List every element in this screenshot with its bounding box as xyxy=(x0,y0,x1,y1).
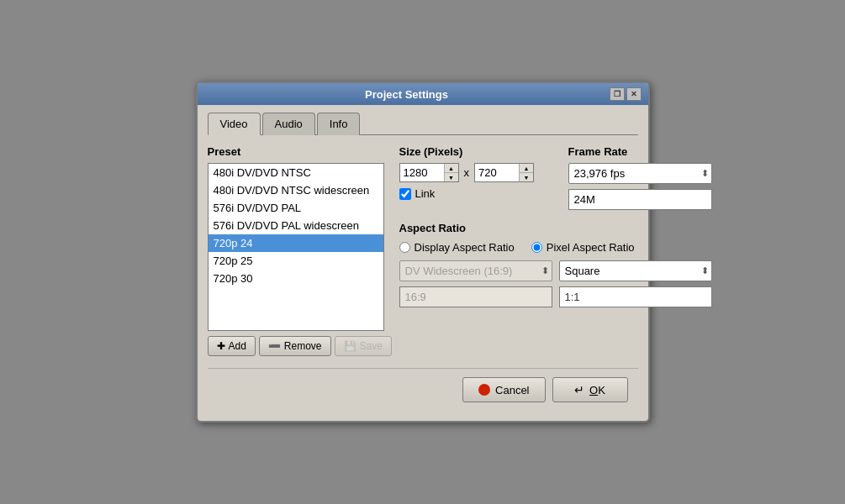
display-aspect-select-wrapper: DV Widescreen (16:9) 4:3 16:9 ⬍ xyxy=(399,260,552,281)
add-button[interactable]: ✚ Add xyxy=(208,336,256,356)
x-separator: x xyxy=(464,166,470,179)
tab-audio[interactable]: Audio xyxy=(262,113,315,135)
height-down-button[interactable]: ▼ xyxy=(520,173,533,181)
aspect-label: Aspect Ratio xyxy=(399,222,712,234)
list-item[interactable]: 720p 25 xyxy=(209,252,383,270)
list-item[interactable]: 480i DV/DVD NTSC widescreen xyxy=(209,181,383,199)
cancel-icon xyxy=(478,384,490,396)
aspect-dropdowns: DV Widescreen (16:9) 4:3 16:9 ⬍ Square D… xyxy=(399,260,712,281)
display-aspect-select[interactable]: DV Widescreen (16:9) 4:3 16:9 xyxy=(399,260,552,281)
tab-info[interactable]: Info xyxy=(317,113,361,135)
height-arrows: ▲ ▼ xyxy=(519,164,533,181)
display-ratio-input xyxy=(399,286,552,307)
remove-label: Remove xyxy=(284,340,322,352)
pixel-aspect-radio[interactable] xyxy=(531,242,542,253)
title-bar: Project Settings ❐ ✕ xyxy=(198,83,648,105)
save-label: Save xyxy=(360,340,383,352)
preset-label: Preset xyxy=(208,145,384,158)
ok-label: OK xyxy=(589,384,605,396)
width-input[interactable] xyxy=(400,164,444,181)
link-checkbox[interactable] xyxy=(399,188,411,200)
list-item[interactable]: 576i DV/DVD PAL widescreen xyxy=(209,217,383,234)
remove-icon: ➖ xyxy=(268,340,281,352)
cancel-button[interactable]: Cancel xyxy=(462,377,545,402)
preset-list-container[interactable]: 480i DV/DVD NTSC 480i DV/DVD NTSC widesc… xyxy=(208,163,384,331)
radio-row: Display Aspect Ratio Pixel Aspect Ratio xyxy=(399,241,712,254)
height-input[interactable] xyxy=(475,164,519,181)
framerate-select-wrapper: 23,976 fps 24 fps 25 fps 29,97 fps 30 fp… xyxy=(568,163,712,184)
pixel-aspect-select[interactable]: Square D1/DV NTSC HDV 1080 xyxy=(559,260,712,281)
right-panel: Size (Pixels) ▲ ▼ x xyxy=(399,145,712,356)
pixel-ratio-input xyxy=(559,286,712,307)
pixel-aspect-select-wrapper: Square D1/DV NTSC HDV 1080 ⬍ xyxy=(559,260,712,281)
remove-button[interactable]: ➖ Remove xyxy=(259,336,331,356)
list-item[interactable]: 576i DV/DVD PAL xyxy=(209,199,383,217)
width-up-button[interactable]: ▲ xyxy=(445,164,458,173)
size-label: Size (Pixels) xyxy=(399,145,543,158)
width-arrows: ▲ ▼ xyxy=(444,164,458,181)
add-label: Add xyxy=(229,340,246,352)
aspect-text-inputs xyxy=(399,286,712,307)
main-content: Preset 480i DV/DVD NTSC 480i DV/DVD NTSC… xyxy=(208,145,638,356)
pixel-aspect-label: Pixel Aspect Ratio xyxy=(547,241,635,254)
width-down-button[interactable]: ▼ xyxy=(445,173,458,181)
window-title: Project Settings xyxy=(204,88,610,101)
list-item[interactable]: 720p 30 xyxy=(209,270,383,287)
link-label: Link xyxy=(415,187,436,200)
dialog-content: Video Audio Info Preset 480i DV/DVD NTSC… xyxy=(198,105,648,421)
list-item[interactable]: 480i DV/DVD NTSC xyxy=(209,164,383,181)
project-settings-dialog: Project Settings ❐ ✕ Video Audio Info Pr… xyxy=(196,81,650,423)
size-section: Size (Pixels) ▲ ▼ x xyxy=(399,145,543,210)
framerate-label: Frame Rate xyxy=(568,145,712,158)
tab-bar: Video Audio Info xyxy=(208,112,638,135)
close-button[interactable]: ✕ xyxy=(626,87,642,101)
bitrate-input[interactable] xyxy=(568,189,712,210)
window-controls: ❐ ✕ xyxy=(610,87,642,101)
display-aspect-label: Display Aspect Ratio xyxy=(415,241,515,254)
width-spinbox: ▲ ▼ xyxy=(399,163,459,182)
pixel-aspect-option[interactable]: Pixel Aspect Ratio xyxy=(531,241,635,254)
size-inputs: ▲ ▼ x ▲ ▼ xyxy=(399,163,543,182)
ok-icon: ↵ xyxy=(574,383,584,396)
cancel-label: Cancel xyxy=(495,384,529,396)
save-icon: 💾 xyxy=(344,340,356,352)
display-aspect-radio[interactable] xyxy=(399,242,410,253)
link-row: Link xyxy=(399,187,543,200)
tab-video[interactable]: Video xyxy=(208,113,261,135)
height-up-button[interactable]: ▲ xyxy=(520,164,533,173)
framerate-section: Frame Rate 23,976 fps 24 fps 25 fps 29,9… xyxy=(568,145,712,210)
save-button[interactable]: 💾 Save xyxy=(335,336,392,356)
preset-buttons: ✚ Add ➖ Remove 💾 Save xyxy=(208,336,384,356)
aspect-section: Aspect Ratio Display Aspect Ratio Pixel … xyxy=(399,222,712,307)
restore-button[interactable]: ❐ xyxy=(610,87,625,101)
ok-button[interactable]: ↵ OK xyxy=(552,377,628,402)
preset-panel: Preset 480i DV/DVD NTSC 480i DV/DVD NTSC… xyxy=(208,145,384,356)
display-aspect-option[interactable]: Display Aspect Ratio xyxy=(399,241,515,254)
framerate-select[interactable]: 23,976 fps 24 fps 25 fps 29,97 fps 30 fp… xyxy=(568,163,712,184)
list-item-selected[interactable]: 720p 24 xyxy=(209,234,383,252)
right-top: Size (Pixels) ▲ ▼ x xyxy=(399,145,712,210)
preset-list: 480i DV/DVD NTSC 480i DV/DVD NTSC widesc… xyxy=(209,164,383,287)
bottom-bar: Cancel ↵ OK xyxy=(208,368,638,411)
height-spinbox: ▲ ▼ xyxy=(474,163,534,182)
add-icon: ✚ xyxy=(217,340,225,352)
